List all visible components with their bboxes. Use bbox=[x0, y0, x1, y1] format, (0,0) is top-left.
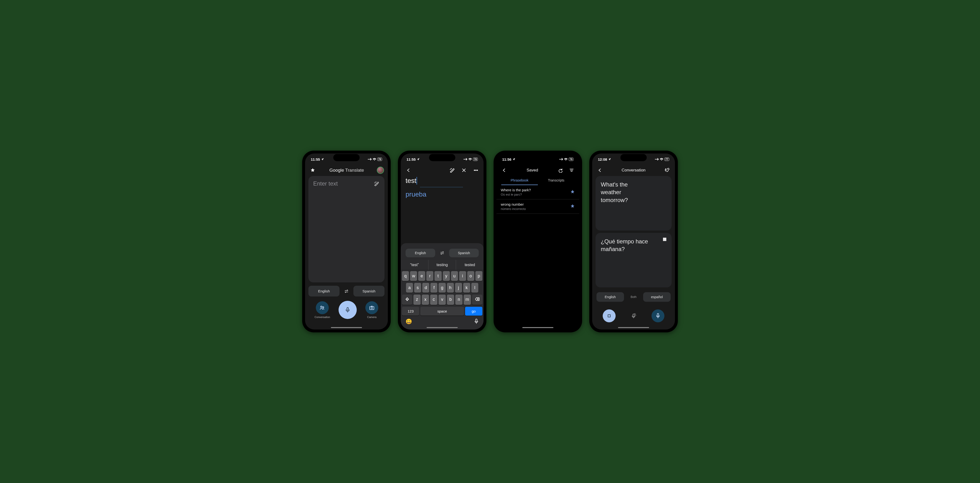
spanish-pill[interactable]: español bbox=[643, 292, 671, 302]
star-filled-icon bbox=[570, 189, 575, 194]
conversation-button[interactable] bbox=[316, 301, 329, 314]
handwriting-button[interactable] bbox=[448, 167, 456, 174]
clear-button[interactable] bbox=[460, 167, 468, 174]
location-icon bbox=[417, 157, 420, 161]
wave-button[interactable] bbox=[663, 167, 671, 174]
dictation-button[interactable] bbox=[474, 318, 479, 325]
key-j[interactable]: j bbox=[455, 283, 462, 293]
camera-icon bbox=[369, 305, 375, 311]
key-h[interactable]: h bbox=[447, 283, 454, 293]
emoji-button[interactable]: 😀 bbox=[406, 318, 412, 325]
target-language-button[interactable]: Spanish bbox=[353, 286, 385, 297]
key-g[interactable]: g bbox=[439, 283, 445, 293]
back-button[interactable] bbox=[500, 167, 508, 174]
stop-button[interactable] bbox=[603, 310, 616, 323]
back-button[interactable] bbox=[596, 167, 604, 174]
home-indicator[interactable] bbox=[522, 327, 554, 328]
home-indicator[interactable] bbox=[331, 327, 362, 328]
camera-button[interactable] bbox=[365, 301, 378, 314]
space-key[interactable]: space bbox=[420, 307, 464, 316]
key-b[interactable]: b bbox=[447, 295, 454, 305]
key-y[interactable]: y bbox=[443, 271, 450, 281]
home-indicator[interactable] bbox=[618, 327, 649, 328]
key-a[interactable]: a bbox=[406, 283, 413, 293]
key-t[interactable]: t bbox=[434, 271, 441, 281]
suggestion-2[interactable]: tested bbox=[456, 260, 484, 270]
suggestion-1[interactable]: testing bbox=[428, 260, 456, 270]
tab-transcripts[interactable]: Transcripts bbox=[538, 176, 574, 185]
sort-button[interactable] bbox=[568, 167, 576, 174]
handwriting-icon bbox=[450, 168, 454, 173]
english-pill[interactable]: English bbox=[597, 292, 624, 302]
key-p[interactable]: p bbox=[476, 271, 482, 281]
screen-typing: 11:55 78 bbox=[401, 154, 484, 329]
both-label[interactable]: Both bbox=[626, 295, 641, 299]
key-n[interactable]: n bbox=[455, 295, 463, 305]
shift-icon bbox=[405, 297, 409, 301]
key-o[interactable]: o bbox=[467, 271, 474, 281]
key-e[interactable]: e bbox=[418, 271, 425, 281]
backspace-key[interactable] bbox=[472, 295, 482, 305]
svg-point-5 bbox=[474, 170, 475, 171]
key-u[interactable]: u bbox=[451, 271, 458, 281]
target-language-button[interactable]: Spanish bbox=[449, 249, 479, 257]
source-language-button[interactable]: English bbox=[406, 249, 435, 257]
home-indicator[interactable] bbox=[426, 327, 458, 328]
shift-key[interactable] bbox=[402, 295, 412, 305]
conversation-mode[interactable]: Conversation bbox=[315, 301, 330, 318]
key-v[interactable]: v bbox=[439, 295, 446, 305]
key-x[interactable]: x bbox=[422, 295, 429, 305]
status-icons: 77 bbox=[655, 157, 669, 161]
numbers-key[interactable]: 123 bbox=[402, 307, 419, 316]
saved-star[interactable] bbox=[570, 204, 575, 210]
battery-level: 78 bbox=[473, 157, 478, 161]
airplane-icon bbox=[463, 158, 467, 160]
key-q[interactable]: q bbox=[402, 271, 409, 281]
key-s[interactable]: s bbox=[414, 283, 421, 293]
saved-tabs: Phrasebook Transcripts bbox=[496, 176, 579, 185]
phrase-source: Where is the park? bbox=[501, 188, 531, 192]
mic-icon bbox=[655, 313, 660, 319]
source-text[interactable]: test bbox=[406, 177, 417, 184]
swap-languages-button[interactable] bbox=[342, 287, 351, 296]
camera-mode[interactable]: Camera bbox=[365, 301, 378, 318]
swap-languages-button[interactable] bbox=[438, 248, 447, 257]
airplane-icon bbox=[368, 158, 372, 160]
profile-avatar[interactable] bbox=[377, 167, 384, 174]
voice-button[interactable] bbox=[339, 301, 357, 319]
language-bar: English Spanish bbox=[309, 286, 385, 297]
notch bbox=[333, 154, 360, 161]
key-i[interactable]: i bbox=[459, 271, 466, 281]
list-item[interactable]: wrong number número incorrecto bbox=[496, 199, 579, 214]
key-k[interactable]: k bbox=[463, 283, 470, 293]
translated-text: prueba bbox=[406, 191, 479, 198]
list-item[interactable]: Where is the park? Où est le parc? bbox=[496, 185, 579, 199]
key-m[interactable]: m bbox=[464, 295, 471, 305]
spanish-bubble[interactable]: ¿Qué tiempo hace mañana? bbox=[595, 233, 671, 288]
suggestion-0[interactable]: “test” bbox=[401, 260, 428, 270]
key-d[interactable]: d bbox=[422, 283, 429, 293]
status-time: 11:55 bbox=[311, 157, 320, 161]
key-l[interactable]: l bbox=[471, 283, 478, 293]
status-icons: 78 bbox=[368, 157, 382, 161]
key-z[interactable]: z bbox=[414, 295, 421, 305]
saved-star[interactable] bbox=[570, 189, 575, 195]
english-bubble[interactable]: What's the weather tomorrow? bbox=[595, 176, 671, 230]
source-language-button[interactable]: English bbox=[309, 286, 339, 297]
mic-right-button[interactable] bbox=[652, 310, 664, 323]
handwriting-icon bbox=[374, 181, 379, 186]
star-button[interactable] bbox=[309, 167, 317, 174]
refresh-button[interactable] bbox=[557, 167, 565, 174]
back-button[interactable] bbox=[404, 167, 412, 174]
svg-rect-2 bbox=[347, 308, 348, 310]
handwriting-button[interactable] bbox=[372, 180, 380, 187]
tab-phrasebook[interactable]: Phrasebook bbox=[501, 176, 538, 185]
key-r[interactable]: r bbox=[426, 271, 433, 281]
key-w[interactable]: w bbox=[410, 271, 417, 281]
input-card[interactable]: Enter text bbox=[309, 176, 385, 283]
key-c[interactable]: c bbox=[430, 295, 438, 305]
more-button[interactable] bbox=[472, 167, 480, 174]
key-f[interactable]: f bbox=[430, 283, 438, 293]
logo-translate: Translate bbox=[344, 168, 364, 173]
go-key[interactable]: go bbox=[465, 307, 482, 316]
